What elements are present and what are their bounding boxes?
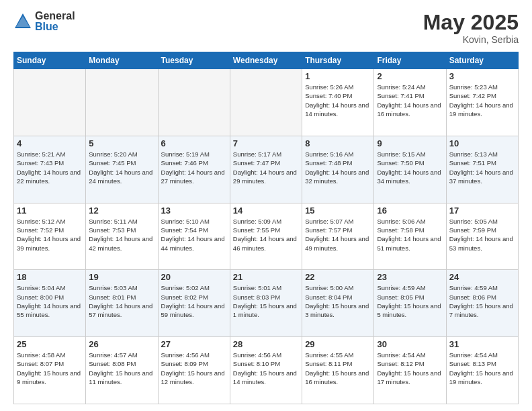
logo-blue: Blue xyxy=(35,21,75,32)
day-info: Sunrise: 5:09 AMSunset: 7:55 PMDaylight:… xyxy=(233,217,299,253)
day-number: 28 xyxy=(233,339,299,349)
calendar-cell: 30Sunrise: 4:54 AMSunset: 8:12 PMDayligh… xyxy=(374,337,446,404)
calendar-cell: 24Sunrise: 4:59 AMSunset: 8:06 PMDayligh… xyxy=(446,270,518,337)
day-info: Sunrise: 4:59 AMSunset: 8:05 PMDaylight:… xyxy=(377,283,443,319)
calendar-cell: 25Sunrise: 4:58 AMSunset: 8:07 PMDayligh… xyxy=(14,337,86,404)
calendar-header-saturday: Saturday xyxy=(446,52,518,69)
day-info: Sunrise: 5:10 AMSunset: 7:54 PMDaylight:… xyxy=(161,217,227,253)
day-info: Sunrise: 5:23 AMSunset: 7:42 PMDaylight:… xyxy=(449,83,515,118)
calendar-cell: 4Sunrise: 5:21 AMSunset: 7:43 PMDaylight… xyxy=(14,136,86,203)
logo: General Blue xyxy=(13,11,75,32)
calendar-header-sunday: Sunday xyxy=(14,52,86,69)
day-info: Sunrise: 5:00 AMSunset: 8:04 PMDaylight:… xyxy=(305,283,371,319)
day-number: 24 xyxy=(449,272,515,282)
calendar-cell: 12Sunrise: 5:11 AMSunset: 7:53 PMDayligh… xyxy=(86,203,158,270)
day-info: Sunrise: 5:15 AMSunset: 7:50 PMDaylight:… xyxy=(377,150,443,185)
day-info: Sunrise: 5:17 AMSunset: 7:47 PMDaylight:… xyxy=(233,150,299,185)
day-number: 13 xyxy=(161,205,227,216)
day-info: Sunrise: 4:56 AMSunset: 8:10 PMDaylight:… xyxy=(233,351,299,386)
day-number: 18 xyxy=(17,272,83,282)
day-info: Sunrise: 5:19 AMSunset: 7:46 PMDaylight:… xyxy=(161,150,227,185)
calendar-cell: 1Sunrise: 5:26 AMSunset: 7:40 PMDaylight… xyxy=(302,69,374,136)
calendar-cell: 18Sunrise: 5:04 AMSunset: 8:00 PMDayligh… xyxy=(14,270,86,337)
calendar-cell: 11Sunrise: 5:12 AMSunset: 7:52 PMDayligh… xyxy=(14,203,86,270)
calendar-cell: 20Sunrise: 5:02 AMSunset: 8:02 PMDayligh… xyxy=(158,270,230,337)
day-info: Sunrise: 5:21 AMSunset: 7:43 PMDaylight:… xyxy=(17,150,83,185)
day-number: 19 xyxy=(89,272,154,282)
day-info: Sunrise: 5:13 AMSunset: 7:51 PMDaylight:… xyxy=(449,150,515,185)
day-number: 9 xyxy=(377,138,443,148)
day-info: Sunrise: 4:59 AMSunset: 8:06 PMDaylight:… xyxy=(449,283,515,319)
calendar: SundayMondayTuesdayWednesdayThursdayFrid… xyxy=(13,52,519,404)
day-number: 11 xyxy=(17,205,83,216)
day-info: Sunrise: 5:26 AMSunset: 7:40 PMDaylight:… xyxy=(305,83,371,118)
calendar-cell: 8Sunrise: 5:16 AMSunset: 7:48 PMDaylight… xyxy=(302,136,374,203)
calendar-header-monday: Monday xyxy=(86,52,158,69)
calendar-cell: 19Sunrise: 5:03 AMSunset: 8:01 PMDayligh… xyxy=(86,270,158,337)
day-number: 1 xyxy=(305,71,371,81)
header: General Blue May 2025 Kovin, Serbia xyxy=(13,11,519,45)
calendar-cell: 13Sunrise: 5:10 AMSunset: 7:54 PMDayligh… xyxy=(158,203,230,270)
calendar-cell xyxy=(230,69,302,136)
day-number: 8 xyxy=(305,138,371,148)
day-number: 20 xyxy=(161,272,227,282)
page: General Blue May 2025 Kovin, Serbia Sund… xyxy=(0,0,532,411)
day-number: 3 xyxy=(449,71,515,81)
day-number: 16 xyxy=(377,205,443,216)
calendar-cell: 7Sunrise: 5:17 AMSunset: 7:47 PMDaylight… xyxy=(230,136,302,203)
calendar-cell: 29Sunrise: 4:55 AMSunset: 8:11 PMDayligh… xyxy=(302,337,374,404)
calendar-week-5: 25Sunrise: 4:58 AMSunset: 8:07 PMDayligh… xyxy=(14,337,519,404)
day-number: 17 xyxy=(449,205,515,216)
calendar-cell: 27Sunrise: 4:56 AMSunset: 8:09 PMDayligh… xyxy=(158,337,230,404)
calendar-cell: 31Sunrise: 4:54 AMSunset: 8:13 PMDayligh… xyxy=(446,337,518,404)
day-number: 12 xyxy=(89,205,154,216)
day-info: Sunrise: 4:54 AMSunset: 8:13 PMDaylight:… xyxy=(449,351,515,386)
calendar-cell: 22Sunrise: 5:00 AMSunset: 8:04 PMDayligh… xyxy=(302,270,374,337)
calendar-cell xyxy=(14,69,86,136)
day-number: 29 xyxy=(305,339,371,349)
calendar-cell: 28Sunrise: 4:56 AMSunset: 8:10 PMDayligh… xyxy=(230,337,302,404)
calendar-cell: 14Sunrise: 5:09 AMSunset: 7:55 PMDayligh… xyxy=(230,203,302,270)
calendar-cell: 3Sunrise: 5:23 AMSunset: 7:42 PMDaylight… xyxy=(446,69,518,136)
day-number: 2 xyxy=(377,71,443,81)
day-number: 22 xyxy=(305,272,371,282)
day-info: Sunrise: 5:11 AMSunset: 7:53 PMDaylight:… xyxy=(89,217,154,253)
day-number: 7 xyxy=(233,138,299,148)
calendar-cell: 17Sunrise: 5:05 AMSunset: 7:59 PMDayligh… xyxy=(446,203,518,270)
day-number: 10 xyxy=(449,138,515,148)
calendar-header-row: SundayMondayTuesdayWednesdayThursdayFrid… xyxy=(14,52,519,69)
month-title: May 2025 xyxy=(423,11,519,34)
calendar-cell: 9Sunrise: 5:15 AMSunset: 7:50 PMDaylight… xyxy=(374,136,446,203)
day-info: Sunrise: 5:07 AMSunset: 7:57 PMDaylight:… xyxy=(305,217,371,253)
calendar-week-4: 18Sunrise: 5:04 AMSunset: 8:00 PMDayligh… xyxy=(14,270,519,337)
day-number: 23 xyxy=(377,272,443,282)
day-number: 4 xyxy=(17,138,83,148)
logo-text: General Blue xyxy=(35,11,75,32)
calendar-cell: 10Sunrise: 5:13 AMSunset: 7:51 PMDayligh… xyxy=(446,136,518,203)
calendar-cell: 16Sunrise: 5:06 AMSunset: 7:58 PMDayligh… xyxy=(374,203,446,270)
calendar-cell: 15Sunrise: 5:07 AMSunset: 7:57 PMDayligh… xyxy=(302,203,374,270)
day-info: Sunrise: 4:57 AMSunset: 8:08 PMDaylight:… xyxy=(89,351,154,386)
calendar-cell: 21Sunrise: 5:01 AMSunset: 8:03 PMDayligh… xyxy=(230,270,302,337)
location: Kovin, Serbia xyxy=(423,34,519,45)
calendar-week-2: 4Sunrise: 5:21 AMSunset: 7:43 PMDaylight… xyxy=(14,136,519,203)
calendar-header-wednesday: Wednesday xyxy=(230,52,302,69)
day-number: 6 xyxy=(161,138,227,148)
day-info: Sunrise: 4:56 AMSunset: 8:09 PMDaylight:… xyxy=(161,351,227,386)
calendar-week-1: 1Sunrise: 5:26 AMSunset: 7:40 PMDaylight… xyxy=(14,69,519,136)
day-info: Sunrise: 5:03 AMSunset: 8:01 PMDaylight:… xyxy=(89,283,154,319)
calendar-cell xyxy=(158,69,230,136)
svg-marker-1 xyxy=(16,16,30,27)
day-number: 31 xyxy=(449,339,515,349)
day-info: Sunrise: 4:54 AMSunset: 8:12 PMDaylight:… xyxy=(377,351,443,386)
day-info: Sunrise: 5:24 AMSunset: 7:41 PMDaylight:… xyxy=(377,83,443,118)
day-info: Sunrise: 4:58 AMSunset: 8:07 PMDaylight:… xyxy=(17,351,83,386)
calendar-cell: 23Sunrise: 4:59 AMSunset: 8:05 PMDayligh… xyxy=(374,270,446,337)
calendar-header-tuesday: Tuesday xyxy=(158,52,230,69)
day-number: 5 xyxy=(89,138,154,148)
calendar-cell: 2Sunrise: 5:24 AMSunset: 7:41 PMDaylight… xyxy=(374,69,446,136)
day-number: 25 xyxy=(17,339,83,349)
day-number: 15 xyxy=(305,205,371,216)
day-info: Sunrise: 5:02 AMSunset: 8:02 PMDaylight:… xyxy=(161,283,227,319)
calendar-cell xyxy=(86,69,158,136)
